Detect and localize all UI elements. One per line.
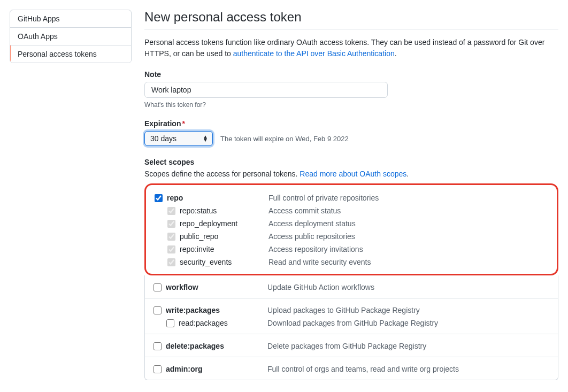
sidebar-item-label: OAuth Apps — [18, 32, 58, 41]
scopes-hint-part: Scopes define the access for personal to… — [144, 170, 300, 178]
scopes-hint: Scopes define the access for personal to… — [144, 170, 558, 178]
sidebar-item-label: Personal access tokens — [18, 50, 97, 58]
scope-checkbox-read-packages[interactable] — [166, 319, 174, 327]
note-label: Note — [144, 70, 558, 79]
scope-checkbox-workflow[interactable] — [153, 283, 162, 291]
scope-row-write-packages: write:packages Upload packages to GitHub… — [153, 304, 549, 317]
scope-group-write-packages: write:packages Upload packages to GitHub… — [145, 298, 558, 334]
scope-group-admin-org: admin:org Full control of orgs and teams… — [145, 357, 558, 380]
expiration-section: Expiration* 30 days ▲▼ The token will ex… — [144, 119, 558, 146]
scope-name: repo — [167, 194, 268, 202]
scope-checkbox-repo-deployment[interactable] — [167, 220, 175, 228]
note-input[interactable] — [144, 82, 388, 98]
scope-desc: Update GitHub Action workflows — [267, 283, 374, 291]
expiration-select[interactable]: 30 days ▲▼ — [144, 131, 213, 146]
scope-checkbox-repo-invite[interactable] — [167, 245, 175, 253]
intro-text: Personal access tokens function like ord… — [144, 37, 558, 59]
scope-name: security_events — [180, 258, 268, 266]
scope-name: repo_deployment — [180, 219, 268, 228]
scope-desc: Access deployment status — [268, 219, 356, 228]
expiration-label: Expiration* — [144, 119, 558, 128]
page-title: New personal access token — [144, 10, 558, 29]
expiration-select-value: 30 days — [150, 134, 176, 143]
scope-desc: Delete packages from GitHub Package Regi… — [267, 342, 426, 350]
scope-row-repo: repo Full control of private repositorie… — [155, 191, 548, 204]
scope-name: public_repo — [180, 232, 268, 241]
scope-row-workflow: workflow Update GitHub Action workflows — [153, 281, 549, 294]
scope-desc: Access repository invitations — [268, 245, 363, 253]
scope-name: write:packages — [166, 306, 267, 314]
select-caret-icon: ▲▼ — [203, 135, 208, 142]
scope-checkbox-repo[interactable] — [155, 194, 163, 202]
scope-desc: Download packages from GitHub Package Re… — [267, 319, 438, 327]
auth-doc-link[interactable]: authenticate to the API over Basic Authe… — [233, 49, 395, 58]
scope-desc: Full control of orgs and teams, read and… — [267, 365, 459, 373]
settings-sidebar: GitHub Apps OAuth Apps Personal access t… — [10, 10, 132, 63]
scope-group-delete-packages: delete:packages Delete packages from Git… — [145, 334, 558, 357]
repo-scope-highlight: repo Full control of private repositorie… — [144, 183, 558, 275]
sidebar-item-label: GitHub Apps — [18, 14, 60, 23]
sidebar-item-github-apps[interactable]: GitHub Apps — [10, 10, 131, 28]
scope-name: repo:status — [180, 206, 268, 215]
scope-group-workflow: workflow Update GitHub Action workflows — [145, 275, 558, 298]
scope-name: workflow — [166, 283, 267, 291]
scopes-title: Select scopes — [144, 158, 558, 166]
main-content: New personal access token Personal acces… — [144, 10, 558, 380]
scopes-hint-part: . — [406, 170, 409, 178]
intro-text-part: . — [395, 49, 397, 58]
scope-row-public-repo: public_repo Access public repositories — [155, 230, 548, 243]
scope-name: admin:org — [166, 365, 267, 373]
scope-desc: Read and write security events — [268, 258, 371, 266]
scope-checkbox-admin-org[interactable] — [153, 365, 162, 373]
scopes-section: Select scopes Scopes define the access f… — [144, 158, 558, 380]
scope-group-repo: repo Full control of private repositorie… — [146, 185, 557, 274]
scope-groups-rest: workflow Update GitHub Action workflows … — [144, 275, 558, 380]
scope-checkbox-write-packages[interactable] — [153, 306, 162, 314]
scope-checkbox-public-repo[interactable] — [167, 233, 175, 241]
expiration-note: The token will expire on Wed, Feb 9 2022 — [220, 135, 349, 143]
scope-checkbox-security-events[interactable] — [167, 258, 175, 266]
scope-name: repo:invite — [180, 245, 268, 253]
scope-desc: Access public repositories — [268, 232, 355, 241]
note-hint: What's this token for? — [144, 101, 558, 109]
scope-row-repo-deployment: repo_deployment Access deployment status — [155, 217, 548, 230]
sidebar-item-personal-access-tokens[interactable]: Personal access tokens — [10, 45, 131, 63]
scope-desc: Upload packages to GitHub Package Regist… — [267, 306, 420, 314]
scope-name: read:packages — [179, 319, 267, 327]
scope-desc: Access commit status — [268, 206, 341, 215]
scopes-doc-link[interactable]: Read more about OAuth scopes — [300, 170, 406, 178]
scope-row-delete-packages: delete:packages Delete packages from Git… — [153, 340, 549, 352]
scope-row-repo-invite: repo:invite Access repository invitation… — [155, 243, 548, 256]
scope-desc: Full control of private repositories — [268, 194, 379, 202]
scope-row-admin-org: admin:org Full control of orgs and teams… — [153, 363, 549, 375]
scope-checkbox-delete-packages[interactable] — [153, 342, 162, 350]
scope-row-read-packages: read:packages Download packages from Git… — [153, 317, 549, 329]
note-section: Note What's this token for? — [144, 70, 558, 109]
expiration-label-text: Expiration — [144, 119, 181, 128]
sidebar-item-oauth-apps[interactable]: OAuth Apps — [10, 28, 131, 45]
scope-row-repo-status: repo:status Access commit status — [155, 204, 548, 217]
scope-checkbox-repo-status[interactable] — [167, 207, 175, 215]
scope-row-security-events: security_events Read and write security … — [155, 256, 548, 268]
scope-name: delete:packages — [166, 342, 267, 350]
required-star-icon: * — [182, 119, 185, 128]
